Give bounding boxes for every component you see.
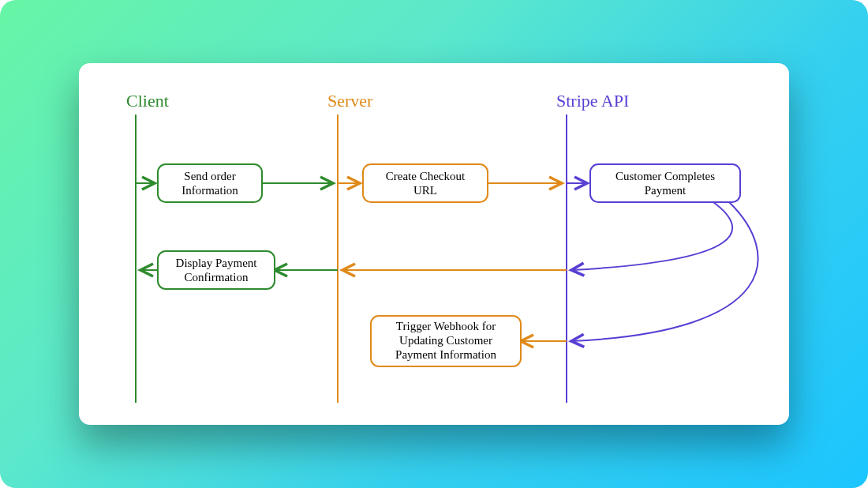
node-display-confirmation: Display Payment Confirmation bbox=[158, 251, 275, 289]
svg-text:Create Checkout: Create Checkout bbox=[386, 170, 466, 182]
node-customer-completes: Customer Completes Payment bbox=[590, 164, 740, 202]
node-create-checkout: Create Checkout URL bbox=[363, 164, 488, 202]
lane-server-title: Server bbox=[327, 91, 373, 111]
svg-text:URL: URL bbox=[413, 184, 437, 197]
svg-text:Confirmation: Confirmation bbox=[185, 271, 249, 283]
svg-text:Information: Information bbox=[181, 184, 238, 197]
gradient-background: Client Server Stripe API Send order Info… bbox=[0, 0, 868, 488]
svg-text:Updating Customer: Updating Customer bbox=[399, 334, 492, 347]
sequence-diagram: Client Server Stripe API Send order Info… bbox=[79, 63, 789, 425]
arrow-stripe-return-confirm bbox=[571, 202, 732, 270]
node-send-order: Send order Information bbox=[158, 164, 262, 202]
svg-text:Trigger Webhook for: Trigger Webhook for bbox=[396, 320, 496, 332]
lane-stripe-title: Stripe API bbox=[556, 91, 629, 111]
svg-text:Display Payment: Display Payment bbox=[176, 257, 258, 269]
svg-text:Payment: Payment bbox=[645, 184, 687, 197]
node-trigger-webhook: Trigger Webhook for Updating Customer Pa… bbox=[371, 316, 521, 366]
lane-client-title: Client bbox=[126, 91, 169, 111]
diagram-card: Client Server Stripe API Send order Info… bbox=[79, 63, 789, 425]
svg-text:Customer Completes: Customer Completes bbox=[615, 170, 715, 182]
svg-text:Send order: Send order bbox=[184, 170, 235, 182]
arrow-stripe-webhook bbox=[571, 202, 758, 341]
svg-text:Payment Information: Payment Information bbox=[395, 348, 496, 361]
